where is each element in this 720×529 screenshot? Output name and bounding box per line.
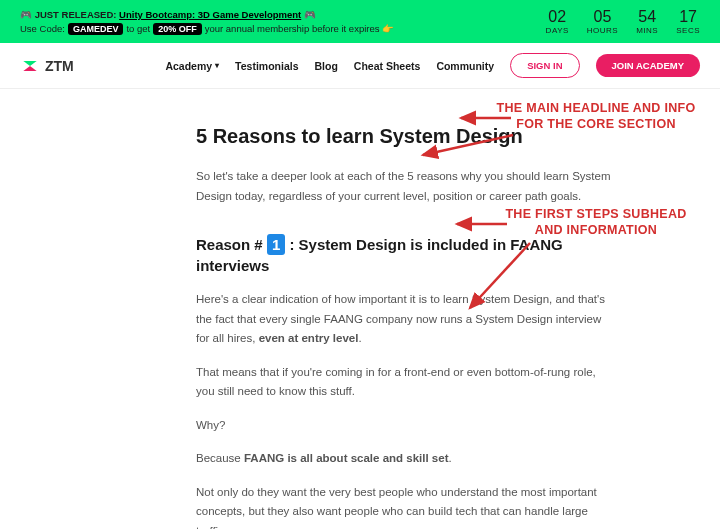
svg-marker-0 xyxy=(23,61,36,66)
site-header: ZTM Academy▾ Testimonials Blog Cheat She… xyxy=(0,43,720,89)
promo-discount-badge: 20% OFF xyxy=(153,23,202,35)
promo-sub-suffix: your annual membership before it expires… xyxy=(205,23,394,34)
logo[interactable]: ZTM xyxy=(20,56,74,76)
reason-1-p1: Here's a clear indication of how importa… xyxy=(196,290,616,349)
chevron-down-icon: ▾ xyxy=(215,61,219,70)
promo-code-badge: GAMEDEV xyxy=(68,23,124,35)
signin-button[interactable]: SIGN IN xyxy=(510,53,579,78)
nav-blog[interactable]: Blog xyxy=(315,60,338,72)
number-badge: 1 xyxy=(267,234,285,255)
nav-community[interactable]: Community xyxy=(436,60,494,72)
nav-academy[interactable]: Academy▾ xyxy=(165,60,219,72)
svg-marker-1 xyxy=(23,66,36,71)
reason-1-p5: Not only do they want the very best peop… xyxy=(196,483,616,529)
promo-sub-prefix: Use Code: xyxy=(20,23,65,34)
promo-link[interactable]: Unity Bootcamp: 3D Game Development xyxy=(119,9,301,20)
reason-1-heading: Reason # 1 : System Design is included i… xyxy=(196,234,616,276)
promo-sub-mid: to get xyxy=(126,23,150,34)
join-academy-button[interactable]: JOIN ACADEMY xyxy=(596,54,701,77)
logo-icon xyxy=(20,56,40,76)
countdown-mins: 54 xyxy=(636,8,658,26)
main-headline: 5 Reasons to learn System Design xyxy=(196,119,616,153)
promo-bar: 🎮 JUST RELEASED: Unity Bootcamp: 3D Game… xyxy=(0,0,720,43)
article-content: 5 Reasons to learn System Design So let'… xyxy=(186,119,626,529)
countdown-hours: 05 xyxy=(587,8,618,26)
reason-1-p4: Because FAANG is all about scale and ski… xyxy=(196,449,616,469)
reason-1-p3: Why? xyxy=(196,416,616,436)
promo-prefix: 🎮 JUST RELEASED: xyxy=(20,9,119,20)
brand-name: ZTM xyxy=(45,58,74,74)
reason-1-p2: That means that if you're coming in for … xyxy=(196,363,616,402)
countdown-secs: 17 xyxy=(676,8,700,26)
main-nav: Academy▾ Testimonials Blog Cheat Sheets … xyxy=(165,53,700,78)
nav-testimonials[interactable]: Testimonials xyxy=(235,60,298,72)
nav-cheatsheets[interactable]: Cheat Sheets xyxy=(354,60,421,72)
countdown-timer: 02DAYS 05HOURS 54MINS 17SECS xyxy=(546,8,700,35)
promo-suffix: 🎮 xyxy=(301,9,316,20)
intro-paragraph: So let's take a deeper look at each of t… xyxy=(196,167,616,206)
promo-text: 🎮 JUST RELEASED: Unity Bootcamp: 3D Game… xyxy=(20,9,394,35)
countdown-days: 02 xyxy=(546,8,569,26)
